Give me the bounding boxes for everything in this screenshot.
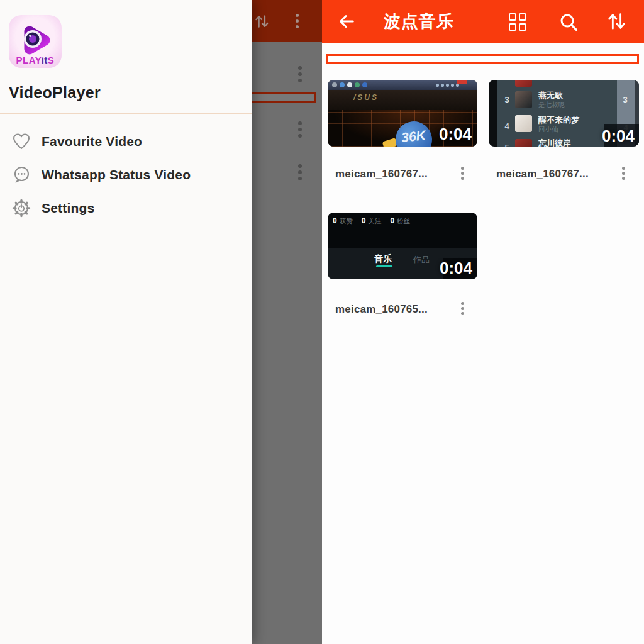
overflow-menu-icon xyxy=(296,14,299,28)
drawer-item-label: Settings xyxy=(42,201,94,216)
tab-works: 作品 xyxy=(413,254,430,265)
drawer-screen: PLAYitS VideoPlayer Favourite Video xyxy=(0,0,322,644)
song-rank: 3 xyxy=(502,95,512,104)
asus-logo: /SUS xyxy=(353,93,379,102)
heart-icon xyxy=(11,131,31,152)
list-item-overflow-icon xyxy=(298,121,302,138)
song-title: 醒不来的梦 xyxy=(538,114,579,126)
tab-underline xyxy=(376,265,392,267)
app-title: VideoPlayer xyxy=(9,84,101,102)
video-overflow-icon[interactable] xyxy=(461,167,464,180)
gear-icon xyxy=(11,198,31,218)
app-screenshot: PLAYitS VideoPlayer Favourite Video xyxy=(0,0,644,644)
video-name-row: meicam_160767... xyxy=(335,165,428,184)
profile-stats: 0获赞 0关注 0粉丝 xyxy=(333,216,410,226)
drawer-item-whatsapp-status[interactable]: Whatsapp Status Video xyxy=(0,160,252,189)
page-title: 波点音乐 xyxy=(384,0,454,43)
app-logo: PLAYitS xyxy=(9,15,62,68)
video-thumbnail-1[interactable]: /SUS 36K 0:04 xyxy=(328,80,477,147)
video-thumbnail-3[interactable]: 0获赞 0关注 0粉丝 音乐 作品 0:04 xyxy=(328,213,477,279)
video-name-row: meicam_160765... xyxy=(335,300,428,319)
stat-value: 0 xyxy=(362,216,366,225)
song-rank: 5 xyxy=(502,143,512,147)
folder-screen: 波点音乐 /SUS xyxy=(322,0,644,644)
sort-icon[interactable] xyxy=(606,11,627,32)
chat-bubble-icon xyxy=(11,165,31,185)
search-icon[interactable] xyxy=(558,12,579,32)
video-name: meicam_160767... xyxy=(496,168,589,180)
song-title: 忘川彼岸 xyxy=(538,138,571,147)
svg-text:PLAYitS: PLAYitS xyxy=(16,55,55,65)
video-overflow-icon[interactable] xyxy=(622,167,625,180)
grid-view-icon[interactable] xyxy=(509,13,526,31)
drawer-item-settings[interactable]: Settings xyxy=(0,194,252,223)
list-item-overflow-icon xyxy=(298,164,302,180)
ad-banner-placeholder xyxy=(326,54,639,64)
left-black-strip xyxy=(489,80,497,147)
list-item-overflow-icon xyxy=(298,66,302,82)
laptop-bezel: /SUS xyxy=(328,90,477,110)
drawer-item-label: Favourite Video xyxy=(42,134,142,149)
duration-badge: 0:04 xyxy=(439,126,472,142)
video-overflow-icon[interactable] xyxy=(461,302,464,315)
drawer-item-label: Whatsapp Status Video xyxy=(42,167,191,182)
video-name: meicam_160765... xyxy=(335,303,428,316)
duration-badge: 0:04 xyxy=(602,128,635,144)
stat-value: 0 xyxy=(333,216,337,225)
album-art xyxy=(515,139,532,147)
back-arrow-icon[interactable] xyxy=(337,12,356,31)
top-app-bar: 波点音乐 xyxy=(322,0,644,43)
red-ui-fragment xyxy=(457,80,467,84)
navigation-drawer: PLAYitS VideoPlayer Favourite Video xyxy=(0,0,252,644)
playit-logo-icon: PLAYitS xyxy=(9,15,62,68)
side-rank: 3 xyxy=(618,95,633,104)
stat-label: 关注 xyxy=(368,217,381,226)
video-name: meicam_160767... xyxy=(335,168,428,180)
song-rank: 4 xyxy=(502,121,512,131)
song-subtitle: 回小仙 xyxy=(538,125,558,134)
stat-label: 获赞 xyxy=(340,217,353,226)
album-art xyxy=(515,80,532,87)
album-art xyxy=(515,91,532,108)
drawer-item-favourite-video[interactable]: Favourite Video xyxy=(0,127,252,156)
sort-icon xyxy=(253,13,270,30)
video-name-row: meicam_160767... xyxy=(496,165,589,184)
divider xyxy=(0,113,252,114)
stat-label: 粉丝 xyxy=(397,217,410,226)
tab-music: 音乐 xyxy=(374,253,392,265)
album-art xyxy=(515,115,532,132)
duration-badge: 0:04 xyxy=(440,260,472,276)
song-title: 燕无歇 xyxy=(538,90,563,101)
stat-value: 0 xyxy=(390,216,394,225)
song-subtitle: 是七叔呢 xyxy=(538,101,565,109)
monitor-taskbar xyxy=(328,80,477,90)
video-thumbnail-2[interactable]: 3 4 3 燕无歇 是七叔呢 4 醒不来的梦 回小仙 5 忘川彼岸 0:04 xyxy=(489,80,639,147)
